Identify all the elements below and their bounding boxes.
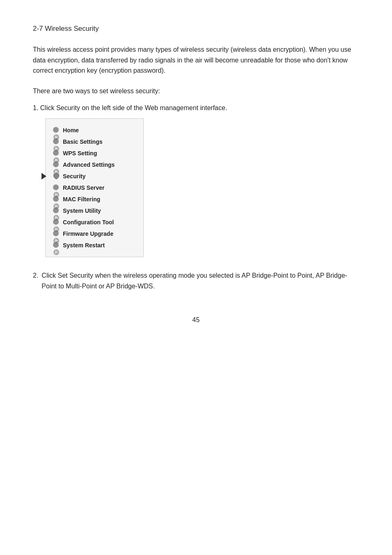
home-label: Home [63,127,79,134]
page-number: 45 [33,316,359,324]
system-utility-icon [53,207,61,214]
mac-filtering-label: MAC Filtering [63,196,100,203]
basic-settings-icon [53,138,61,145]
home-icon [53,127,61,134]
nav-menu-box: Home Basic Settings WPS Setting Advanced… [45,118,144,257]
page-title: 2-7 Wireless Security [33,25,359,33]
nav-item-firmware-upgrade[interactable]: Firmware Upgrade [53,228,136,240]
nav-item-wps-setting[interactable]: WPS Setting [53,147,136,159]
firmware-upgrade-label: Firmware Upgrade [63,230,113,237]
step1-label: 1. Click Security on the left side of th… [33,104,359,112]
nav-item-basic-settings[interactable]: Basic Settings [53,136,136,147]
basic-settings-label: Basic Settings [63,138,102,145]
nav-item-system-utility[interactable]: System Utility [53,205,136,216]
firmware-upgrade-icon [53,230,61,237]
system-restart-icon [53,242,61,249]
wps-setting-label: WPS Setting [63,150,97,157]
advanced-settings-icon [53,161,61,168]
advanced-settings-label: Advanced Settings [63,161,115,168]
step2-text: Click Set Security when the wireless ope… [42,270,359,291]
nav-item-mac-filtering[interactable]: MAC Filtering [53,193,136,205]
mac-filtering-icon [53,196,61,203]
wps-setting-icon [53,150,61,157]
nav-item-config-tool[interactable]: Configuration Tool [53,216,136,228]
radius-server-label: RADIUS Server [63,184,104,191]
radius-server-icon [53,184,61,191]
config-tool-label: Configuration Tool [63,219,114,226]
two-ways-text: There are two ways to set wireless secur… [33,86,359,97]
nav-item-radius-server[interactable]: RADIUS Server [53,182,136,193]
system-utility-label: System Utility [63,207,101,214]
system-restart-label: System Restart [63,242,105,249]
security-shield-icon [53,173,61,180]
nav-item-system-restart[interactable]: System Restart [53,240,136,251]
nav-item-security[interactable]: Security [53,170,136,182]
nav-item-advanced-settings[interactable]: Advanced Settings [53,159,136,170]
step2-number: 2. [33,270,38,291]
step1-container: 1. Click Security on the left side of th… [33,104,359,257]
nav-item-home[interactable]: Home [53,124,136,136]
intro-paragraph: This wireless access point provides many… [33,44,359,76]
config-tool-icon [53,219,61,226]
step2-container: 2. Click Set Security when the wireless … [33,270,359,291]
security-label: Security [63,173,85,180]
